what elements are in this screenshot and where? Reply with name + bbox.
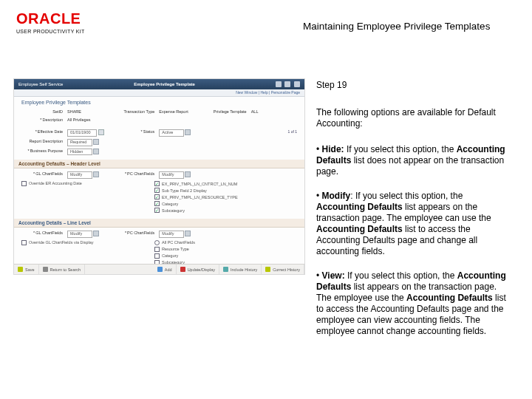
chevron-down-icon[interactable] (93, 139, 99, 145)
gl-pc-row-2: GL ChartFieldsModify PC ChartFieldsModif… (21, 231, 297, 238)
bullet-modify: • Modify: If you select this option, the… (316, 191, 513, 257)
checkbox[interactable]: ✓ (154, 201, 160, 206)
radio[interactable] (154, 240, 160, 245)
effective-row: Effective Date01/01/1900 StatusActive 1 … (21, 129, 297, 137)
chevron-down-icon[interactable] (93, 171, 99, 177)
section-accounting-details: Accounting Details – Line Level (14, 219, 304, 228)
bullet-hide: • Hide: If you select this option, the A… (316, 144, 513, 177)
update-button[interactable]: Update/Display (177, 265, 219, 274)
checkbox[interactable]: ✓ (154, 194, 160, 200)
history-icon (223, 267, 228, 272)
step-label: Step 19 (316, 80, 513, 91)
page-heading: Employee Privilege Template (55, 82, 273, 86)
header-row-1: SetIDSHARE Transaction TypeExpense Repor… (21, 109, 297, 115)
add-button[interactable]: Add (154, 265, 177, 274)
page-title: Employee Privilege Templates (21, 100, 297, 105)
calendar-icon[interactable] (98, 129, 104, 135)
return-icon (43, 267, 48, 272)
oracle-logo: ORACLE USER PRODUCTIVITY KIT (16, 10, 85, 34)
effective-date-input[interactable]: 01/01/1900 (67, 129, 97, 137)
return-button[interactable]: Return to Search (39, 265, 86, 274)
chevron-down-icon[interactable] (185, 171, 191, 177)
flag-icon (284, 81, 290, 87)
save-icon (18, 267, 23, 272)
checkbox[interactable] (154, 247, 160, 252)
override-checkbox[interactable] (21, 181, 27, 186)
business-purpose-select[interactable]: Hidden (67, 149, 92, 156)
document-title: Maintaining Employee Privilege Templates (303, 21, 490, 32)
home-icon (276, 81, 282, 87)
bullet-view: • View: If you select this option, the A… (316, 270, 513, 337)
gl-select-2[interactable]: Modify (67, 231, 92, 238)
chevron-down-icon[interactable] (93, 149, 99, 154)
chevron-down-icon[interactable] (93, 231, 99, 236)
header-row-2: DescriptionAll Privileges (21, 117, 297, 123)
checkbox[interactable]: ✓ (154, 188, 160, 193)
gl-pc-row-1: GL ChartFieldsModify PC ChartFieldsModif… (21, 171, 297, 179)
navbar-icons (273, 81, 300, 88)
instruction-panel: Step 19 The following options are availa… (316, 80, 513, 337)
gl-select[interactable]: Modify (67, 171, 92, 179)
business-purpose-row: Business PurposeHidden (21, 149, 297, 156)
include-history-button[interactable]: Include History (219, 265, 262, 274)
checkbox[interactable]: ✓ (154, 181, 160, 186)
sublinks: New Window | Help | Personalize Page (14, 89, 304, 97)
pc-select[interactable]: Modify (159, 171, 184, 179)
report-desc-row: Report DescriptionRequired (21, 139, 297, 146)
chevron-down-icon[interactable] (185, 129, 191, 135)
update-icon (180, 267, 185, 272)
add-icon (157, 267, 163, 272)
menu-icon (294, 81, 300, 87)
correct-history-button[interactable]: Correct History (262, 265, 304, 274)
section-accounting-defaults: Accounting Defaults – Header Level (14, 160, 304, 168)
app-navbar: Employee Self Service Employee Privilege… (14, 79, 304, 89)
checkbox[interactable] (154, 253, 160, 259)
brand-text: ORACLE (16, 10, 85, 27)
intro-text: The following options are available for … (316, 107, 513, 129)
correct-icon (265, 267, 270, 272)
status-select[interactable]: Active (159, 129, 184, 137)
app-screenshot: Employee Self Service Employee Privilege… (13, 78, 305, 275)
pc-select-2[interactable]: Modify (159, 231, 184, 238)
chevron-down-icon[interactable] (185, 231, 191, 236)
report-desc-select[interactable]: Required (67, 139, 92, 146)
product-text: USER PRODUCTIVITY KIT (16, 29, 85, 34)
bottom-toolbar: Save Return to Search Add Update/Display… (14, 264, 304, 274)
override-checkbox-2[interactable] (21, 240, 27, 245)
save-button[interactable]: Save (14, 265, 39, 274)
checkbox[interactable]: ✓ (154, 208, 160, 213)
